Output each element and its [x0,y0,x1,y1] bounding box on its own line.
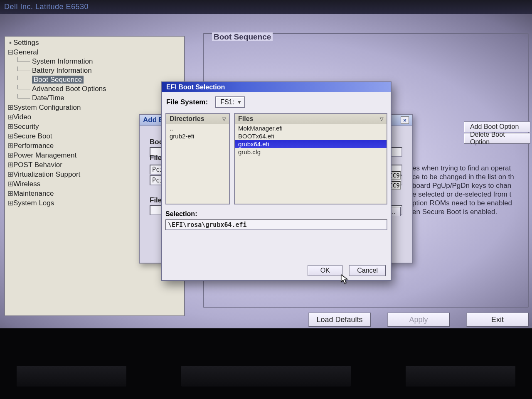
file-system-label: File System: [166,98,208,106]
efi-boot-selection-dialog: EFI Boot Selection File System: FS1: ▼ D… [161,81,392,281]
load-defaults-button[interactable]: Load Defaults [308,313,371,327]
sort-icon[interactable]: ▽ [222,116,226,122]
directories-header: Directories [170,115,204,123]
add-dialog-close-button[interactable]: × [401,116,409,124]
cancel-button[interactable]: Cancel [349,265,386,276]
file-mokmanager[interactable]: MokManager.efi [235,124,387,132]
system-title: Dell Inc. Latitude E6530 [4,2,89,11]
tree-battery-information[interactable]: Battery Information [7,66,182,75]
tree-system-configuration[interactable]: ⊞System Configuration [7,103,182,112]
bios-screen: ▪Settings ⊟General System Information Ba… [0,14,532,329]
efi-dialog-title: EFI Boot Selection [166,84,225,91]
help-text: es when trying to find an operat ce to b… [412,164,529,216]
file-bootx64[interactable]: BOOTx64.efi [235,132,387,140]
apply-button[interactable]: Apply [387,313,450,327]
pane-legend: Boot Sequence [209,32,275,42]
chevron-down-icon: ▼ [237,99,242,105]
screen-bezel-bottom [0,328,532,399]
directories-list[interactable]: Directories▽ .. grub2-efi [165,113,230,204]
tree-date-time[interactable]: Date/Time [7,94,182,103]
footer-buttons: Load Defaults Apply Exit [308,313,529,327]
dir-up[interactable]: .. [166,124,229,132]
file-grubx64[interactable]: grubx64.efi [235,140,387,148]
tree-root[interactable]: ▪Settings [7,38,182,47]
file-grub-cfg[interactable]: grub.cfg [235,148,387,156]
exit-button[interactable]: Exit [466,313,529,327]
files-list[interactable]: Files▽ MokManager.efi BOOTx64.efi grubx6… [234,113,387,204]
ok-button[interactable]: OK [308,265,342,276]
selection-input[interactable] [165,219,387,230]
efi-dialog-titlebar[interactable]: EFI Boot Selection [162,82,391,92]
system-title-bar: Dell Inc. Latitude E6530 [0,0,532,14]
dir-grub2-efi[interactable]: grub2-efi [166,132,229,140]
delete-boot-option-button[interactable]: Delete Boot Option [464,133,530,144]
tree-system-information[interactable]: System Information [7,57,182,66]
file-system-combo[interactable]: FS1: ▼ [215,96,245,108]
selection-label: Selection: [165,210,387,218]
tree-advanced-boot-options[interactable]: Advanced Boot Options [7,84,182,94]
files-header: Files [238,115,253,123]
tree-general[interactable]: ⊟General [7,47,182,57]
file-system-value: FS1: [220,99,234,106]
tree-boot-sequence[interactable]: Boot Sequence [7,75,182,84]
sort-icon[interactable]: ▽ [380,116,383,122]
close-icon: × [403,117,406,123]
